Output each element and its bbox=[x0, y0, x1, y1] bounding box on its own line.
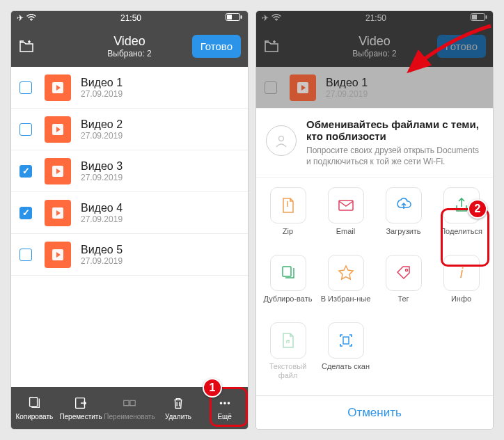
video-thumb-icon bbox=[45, 74, 71, 101]
nav-subtitle: Выбрано: 2 bbox=[352, 49, 397, 58]
status-bar: ✈ 21:50 bbox=[11, 11, 248, 25]
checkbox[interactable] bbox=[19, 249, 32, 261]
svg-rect-23 bbox=[283, 267, 291, 276]
file-date: 27.09.2019 bbox=[81, 214, 123, 224]
nearby-title: Обменивайтесь файлами с теми, кто поблиз… bbox=[306, 118, 483, 142]
nav-bar: Video Выбрано: 2 Готово bbox=[11, 25, 248, 67]
checkbox[interactable] bbox=[19, 207, 32, 219]
nav-subtitle: Выбрано: 2 bbox=[107, 49, 152, 58]
status-time: 21:50 bbox=[365, 13, 386, 23]
action-zip[interactable]: Zip bbox=[259, 183, 317, 248]
action-email[interactable]: Email bbox=[317, 183, 375, 248]
file-title: Видео 1 bbox=[326, 77, 368, 89]
action-upload[interactable]: Загрузить bbox=[375, 183, 432, 248]
nav-title: Video bbox=[107, 34, 152, 49]
file-date: 27.09.2019 bbox=[81, 131, 123, 141]
toolbar-label: Копировать bbox=[15, 413, 53, 421]
video-thumb-icon bbox=[45, 200, 71, 226]
list-item[interactable]: Видео 327.09.2019 bbox=[11, 150, 248, 192]
file-list: Видео 127.09.2019 Видео 227.09.2019 Виде… bbox=[11, 67, 248, 276]
sheet-nearby-section: Обменивайтесь файлами с теми, кто поблиз… bbox=[256, 109, 493, 178]
toolbar-copy[interactable]: Копировать bbox=[11, 387, 58, 429]
action-favorite[interactable]: В Избран-ные bbox=[317, 251, 375, 315]
svg-point-16 bbox=[276, 19, 277, 21]
file-title: Видео 4 bbox=[81, 202, 123, 214]
toolbar-rename: Переименовать bbox=[104, 387, 155, 429]
battery-icon bbox=[471, 13, 487, 23]
file-date: 27.09.2019 bbox=[326, 89, 368, 99]
svg-point-24 bbox=[405, 269, 407, 272]
status-time: 21:50 bbox=[120, 13, 141, 23]
svg-point-14 bbox=[223, 402, 226, 404]
action-sheet: Обменивайтесь файлами с теми, кто поблиз… bbox=[256, 109, 493, 429]
nav-title: Video bbox=[352, 34, 397, 49]
toolbar-move[interactable]: Переместить bbox=[58, 387, 104, 429]
svg-point-15 bbox=[227, 402, 230, 404]
badge-1: 1 bbox=[203, 378, 222, 398]
checkbox[interactable] bbox=[19, 123, 32, 136]
list-item[interactable]: Видео 527.09.2019 bbox=[11, 234, 248, 276]
checkbox[interactable] bbox=[19, 81, 32, 94]
action-tag[interactable]: Тег bbox=[375, 251, 432, 315]
airplane-icon: ✈ bbox=[262, 13, 269, 23]
video-thumb-icon bbox=[45, 116, 71, 143]
toolbar-label: Удалить bbox=[165, 413, 191, 421]
list-item[interactable]: Видео 427.09.2019 bbox=[11, 192, 248, 234]
svg-rect-3 bbox=[241, 15, 242, 19]
annotation-arrow bbox=[404, 22, 494, 85]
action-grid: Zip Email Загрузить Поделиться Дублиро-в… bbox=[256, 178, 493, 389]
file-title: Видео 3 bbox=[81, 160, 123, 173]
list-item[interactable]: Видео 227.09.2019 bbox=[11, 109, 248, 150]
wifi-icon bbox=[26, 13, 36, 23]
svg-text:i: i bbox=[459, 265, 463, 281]
svg-rect-26 bbox=[343, 337, 349, 344]
video-thumb-icon bbox=[45, 158, 71, 184]
toolbar-delete[interactable]: Удалить bbox=[155, 387, 202, 429]
svg-rect-2 bbox=[227, 15, 232, 19]
nearby-body: Попросите своих друзей открыть Documents… bbox=[306, 145, 483, 167]
battery-icon bbox=[226, 13, 242, 23]
phone-left: ✈ 21:50 Video Выбрано: 2 Готово Видео 12… bbox=[11, 11, 248, 429]
video-thumb-icon bbox=[45, 242, 71, 268]
action-duplicate[interactable]: Дублиро-вать bbox=[259, 251, 317, 315]
new-folder-icon[interactable] bbox=[18, 38, 35, 54]
svg-rect-9 bbox=[30, 398, 38, 407]
svg-rect-22 bbox=[339, 201, 353, 210]
checkbox[interactable] bbox=[19, 165, 32, 178]
file-date: 27.09.2019 bbox=[81, 256, 123, 266]
file-title: Видео 2 bbox=[81, 118, 123, 131]
svg-rect-11 bbox=[124, 400, 129, 405]
file-date: 27.09.2019 bbox=[81, 89, 123, 99]
action-scan[interactable]: Сделать скан bbox=[317, 318, 375, 384]
action-info[interactable]: iИнфо bbox=[432, 251, 490, 315]
person-icon bbox=[266, 125, 297, 156]
toolbar-label: Переместить bbox=[59, 413, 102, 421]
done-button[interactable]: Готово bbox=[192, 35, 241, 58]
wifi-icon bbox=[271, 13, 281, 23]
file-title: Видео 1 bbox=[81, 77, 123, 89]
action-textfile: Текстовый файл bbox=[259, 318, 317, 384]
video-thumb-icon bbox=[290, 74, 316, 101]
file-date: 27.09.2019 bbox=[81, 173, 123, 182]
svg-point-21 bbox=[279, 136, 284, 141]
checkbox bbox=[265, 81, 277, 94]
svg-rect-12 bbox=[130, 400, 135, 405]
file-title: Видео 5 bbox=[81, 244, 123, 256]
badge-2: 2 bbox=[468, 199, 487, 219]
cancel-button[interactable]: Отменить bbox=[256, 395, 493, 429]
toolbar-label: Переименовать bbox=[104, 413, 155, 421]
list-item[interactable]: Видео 127.09.2019 bbox=[11, 67, 248, 109]
svg-rect-19 bbox=[486, 15, 487, 19]
airplane-icon: ✈ bbox=[17, 13, 24, 23]
toolbar-label: Ещё bbox=[217, 413, 231, 421]
new-folder-icon bbox=[263, 38, 280, 54]
svg-point-13 bbox=[219, 402, 222, 404]
svg-rect-18 bbox=[472, 15, 477, 19]
svg-point-0 bbox=[31, 19, 32, 21]
